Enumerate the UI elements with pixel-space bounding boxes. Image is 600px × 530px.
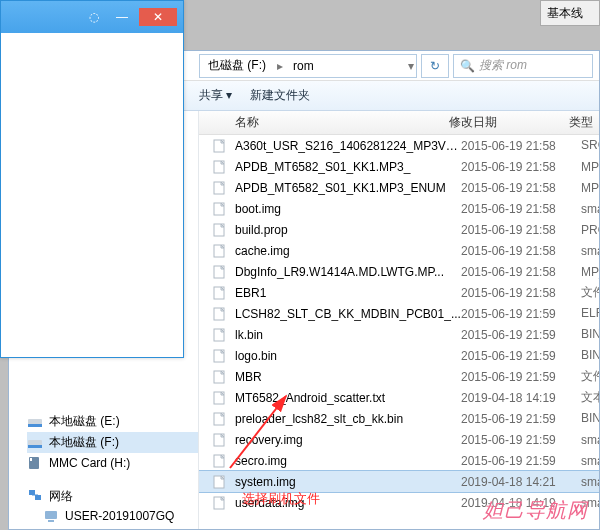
- new-folder-label: 新建文件夹: [250, 87, 310, 104]
- minimize-button[interactable]: —: [111, 8, 133, 26]
- chevron-down-icon[interactable]: ▾: [406, 59, 416, 73]
- network-icon: [27, 487, 43, 506]
- file-name: A360t_USR_S216_1406281224_MP3V1...: [235, 139, 461, 153]
- file-row[interactable]: cache.img2015-06-19 21:58smart: [199, 240, 599, 261]
- file-date: 2015-06-19 21:58: [461, 139, 581, 153]
- file-row[interactable]: EBR12015-06-19 21:58文件: [199, 282, 599, 303]
- drive-icon: [27, 435, 43, 451]
- file-date: 2015-06-19 21:59: [461, 433, 581, 447]
- nav-mmc-card[interactable]: MMC Card (H:): [27, 453, 198, 473]
- file-type: smart: [581, 244, 599, 258]
- floating-titlebar: ◌ — ✕: [1, 1, 183, 33]
- file-row[interactable]: system.img2019-04-18 14:21smart: [199, 471, 599, 492]
- file-icon: [211, 327, 227, 343]
- breadcrumb-bar[interactable]: 也磁盘 (F:) ▸ rom ▾: [199, 54, 417, 78]
- file-name: build.prop: [235, 223, 461, 237]
- new-folder-button[interactable]: 新建文件夹: [250, 87, 310, 104]
- breadcrumb-seg-drive[interactable]: 也磁盘 (F:): [200, 55, 275, 77]
- file-icon: [211, 243, 227, 259]
- file-list[interactable]: A360t_USR_S216_1406281224_MP3V1...2015-0…: [199, 135, 599, 529]
- svg-rect-1: [28, 424, 42, 427]
- refresh-button[interactable]: ↻: [421, 54, 449, 78]
- nav-drive-e[interactable]: 本地磁盘 (E:): [27, 411, 198, 432]
- file-icon: [211, 285, 227, 301]
- file-icon: [211, 159, 227, 175]
- sd-card-icon: [27, 455, 43, 471]
- nav-network[interactable]: 网络: [27, 487, 198, 506]
- file-type: ELF 文: [581, 305, 599, 322]
- file-row[interactable]: A360t_USR_S216_1406281224_MP3V1...2015-0…: [199, 135, 599, 156]
- file-name: APDB_MT6582_S01_KK1.MP3_: [235, 160, 461, 174]
- file-name: recovery.img: [235, 433, 461, 447]
- file-icon: [211, 390, 227, 406]
- file-row[interactable]: APDB_MT6582_S01_KK1.MP3_2015-06-19 21:58…: [199, 156, 599, 177]
- file-row[interactable]: logo.bin2015-06-19 21:59BIN 文: [199, 345, 599, 366]
- file-name: cache.img: [235, 244, 461, 258]
- file-name: MBR: [235, 370, 461, 384]
- file-type: 文件: [581, 284, 599, 301]
- nav-drive-f[interactable]: 本地磁盘 (F:): [27, 432, 198, 453]
- breadcrumb-seg-folder[interactable]: rom: [285, 55, 323, 77]
- file-row[interactable]: APDB_MT6582_S01_KK1.MP3_ENUM2015-06-19 2…: [199, 177, 599, 198]
- file-icon: [211, 453, 227, 469]
- annotation-label: 选择刷机文件: [242, 490, 320, 508]
- file-date: 2019-04-18 14:19: [461, 391, 581, 405]
- nav-mmc-label: MMC Card (H:): [49, 456, 130, 470]
- file-name: secro.img: [235, 454, 461, 468]
- file-row[interactable]: recovery.img2015-06-19 21:59smart: [199, 429, 599, 450]
- file-date: 2019-04-18 14:21: [461, 475, 581, 489]
- file-name: APDB_MT6582_S01_KK1.MP3_ENUM: [235, 181, 461, 195]
- col-date[interactable]: 修改日期: [449, 114, 569, 131]
- file-type: MP3_: [581, 181, 599, 195]
- file-icon: [211, 201, 227, 217]
- file-date: 2015-06-19 21:59: [461, 370, 581, 384]
- file-row[interactable]: build.prop2015-06-19 21:58PROP: [199, 219, 599, 240]
- file-row[interactable]: lk.bin2015-06-19 21:59BIN 文: [199, 324, 599, 345]
- file-type: MP_LG: [581, 265, 599, 279]
- file-date: 2015-06-19 21:58: [461, 160, 581, 174]
- nav-drive-f-label: 本地磁盘 (F:): [49, 434, 119, 451]
- file-row[interactable]: preloader_lcsh82_slt_cb_kk.bin2015-06-19…: [199, 408, 599, 429]
- breadcrumb-seg-folder-label: rom: [293, 59, 314, 73]
- file-name: logo.bin: [235, 349, 461, 363]
- close-button[interactable]: ✕: [139, 8, 177, 26]
- file-icon: [211, 264, 227, 280]
- nav-network-computer[interactable]: USER-20191007GQ: [27, 506, 198, 526]
- drive-icon: [27, 414, 43, 430]
- file-row[interactable]: MT6582_Android_scatter.txt2019-04-18 14:…: [199, 387, 599, 408]
- svg-rect-10: [48, 520, 54, 522]
- file-row[interactable]: LCSH82_SLT_CB_KK_MDBIN_PCB01_...2015-06-…: [199, 303, 599, 324]
- file-name: system.img: [235, 475, 461, 489]
- svg-rect-3: [28, 445, 42, 448]
- file-date: 2015-06-19 21:58: [461, 181, 581, 195]
- file-date: 2015-06-19 21:59: [461, 328, 581, 342]
- file-type: smart: [581, 475, 599, 489]
- file-type: 文件: [581, 368, 599, 385]
- col-name[interactable]: 名称: [199, 114, 449, 131]
- file-type: MP3_: [581, 160, 599, 174]
- file-date: 2015-06-19 21:58: [461, 223, 581, 237]
- file-date: 2015-06-19 21:58: [461, 265, 581, 279]
- computer-icon: [43, 508, 59, 524]
- watermark: 妲己导航网: [483, 497, 588, 524]
- file-type: SRC 文: [581, 137, 599, 154]
- file-name: boot.img: [235, 202, 461, 216]
- file-row[interactable]: secro.img2015-06-19 21:59smart: [199, 450, 599, 471]
- svg-rect-5: [30, 458, 32, 461]
- file-row[interactable]: DbgInfo_LR9.W1414A.MD.LWTG.MP...2015-06-…: [199, 261, 599, 282]
- search-input[interactable]: 🔍 搜索 rom: [453, 54, 593, 78]
- file-row[interactable]: MBR2015-06-19 21:59文件: [199, 366, 599, 387]
- file-icon: [211, 495, 227, 511]
- nav-drive-e-label: 本地磁盘 (E:): [49, 413, 120, 430]
- top-right-panel: 基本线: [540, 0, 600, 26]
- file-type: smart: [581, 433, 599, 447]
- share-menu[interactable]: 共享 ▾: [199, 87, 232, 104]
- file-icon: [211, 306, 227, 322]
- nav-network-computer-label: USER-20191007GQ: [65, 509, 174, 523]
- file-icon: [211, 348, 227, 364]
- file-row[interactable]: boot.img2015-06-19 21:58smart: [199, 198, 599, 219]
- svg-rect-7: [35, 495, 41, 500]
- col-type[interactable]: 类型: [569, 114, 599, 131]
- file-name: preloader_lcsh82_slt_cb_kk.bin: [235, 412, 461, 426]
- bubble-button[interactable]: ◌: [83, 8, 105, 26]
